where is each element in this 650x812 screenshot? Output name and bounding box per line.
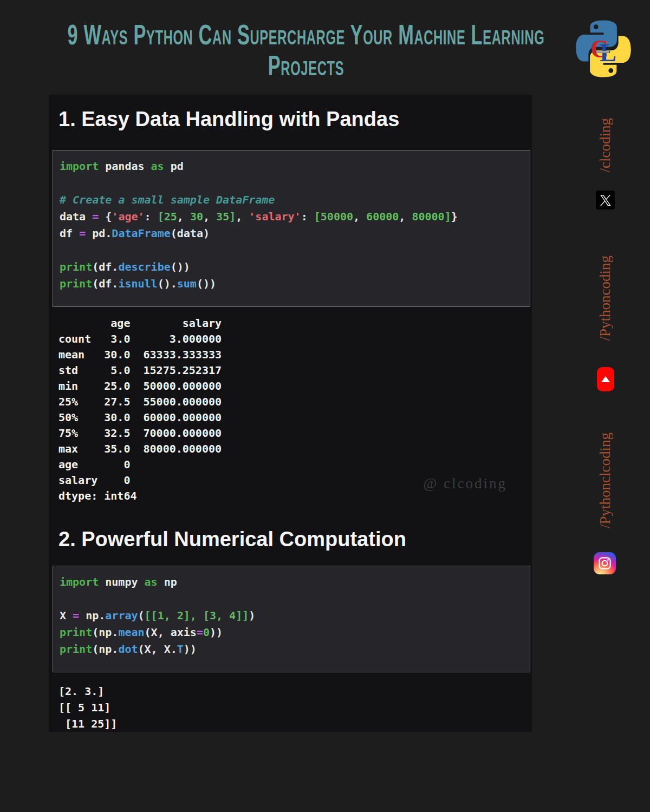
content-panel: 1. Easy Data Handling with Pandas import… bbox=[49, 95, 532, 732]
code-block-numpy: import numpy as np X = np.array([[1, 2],… bbox=[53, 566, 530, 672]
x-icon[interactable] bbox=[596, 191, 615, 209]
output-numpy: [2. 3.] [[ 5 11] [11 25]] bbox=[58, 683, 532, 732]
youtube-icon[interactable] bbox=[597, 367, 614, 391]
social-handle-pythonclcoding[interactable]: /Pythonclcoding bbox=[593, 421, 618, 539]
social-handle-clcoding-label: /clcoding bbox=[597, 118, 614, 172]
python-cl-logo: C L bbox=[572, 17, 635, 80]
cl-monogram: C L bbox=[572, 17, 635, 80]
title-line-2: Projects bbox=[4, 50, 608, 81]
instagram-icon[interactable] bbox=[594, 552, 616, 574]
title-line-1: 9 Ways Python Can Supercharge Your Machi… bbox=[4, 19, 608, 50]
section-1-heading: 1. Easy Data Handling with Pandas bbox=[58, 106, 532, 133]
youtube-play-glyph bbox=[601, 376, 610, 382]
social-handle-pythoncoding[interactable]: /Pythoncoding bbox=[593, 241, 618, 356]
social-handle-pythoncoding-label: /Pythoncoding bbox=[597, 256, 614, 341]
page-title: 9 Ways Python Can Supercharge Your Machi… bbox=[4, 19, 608, 81]
instagram-camera-glyph bbox=[597, 556, 612, 571]
social-handle-clcoding[interactable]: /clcoding bbox=[593, 108, 618, 182]
cl-badge-bar bbox=[596, 51, 610, 53]
x-logo-glyph bbox=[600, 195, 611, 206]
social-handle-pythonclcoding-label: /Pythonclcoding bbox=[597, 433, 614, 528]
watermark: @ clcoding bbox=[423, 475, 507, 492]
code-block-pandas: import pandas as pd # Create a small sam… bbox=[53, 150, 530, 307]
section-2-heading: 2. Powerful Numerical Computation bbox=[58, 526, 532, 553]
